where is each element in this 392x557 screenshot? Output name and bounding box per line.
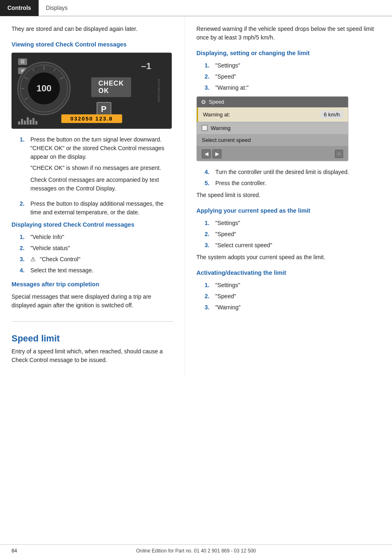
warning-at-row: Warning at: 6 km/h [197,107,348,122]
dashboard-image: 🖼 ▦ [12,53,172,129]
step-text: "Vehicle status" [30,244,70,253]
svg-line-6 [54,69,55,71]
speed-limit-text: Entry of a speed limit which, when reach… [12,347,173,364]
left-column: They are stored and can be displayed aga… [0,16,185,376]
step-text: Press the button on the turn signal leve… [30,136,164,160]
step-text: Press the button to display additional m… [30,200,173,217]
page-header: Controls Displays [0,0,392,16]
speed-ui-arrows-row: ◀ ▶ □ [197,147,348,161]
step-num: 2. [205,72,212,81]
step-text: Press the controller. [215,179,266,188]
check-ok-area: –1 CHECKOK P [71,61,151,117]
check-ok-text: CHECKOK [91,77,131,97]
footer-text: Online Edition for Part no. 01 40 2 901 … [136,548,256,554]
step-text: "Speed" [215,292,236,301]
speed-ui-title: Speed [209,99,224,105]
bar-5 [30,120,32,125]
arrow-right-btn[interactable]: ▶ [212,149,221,158]
step-text: Select the text message. [30,266,93,275]
right-column: Renewed warning if the vehicle speed dro… [185,16,392,376]
displaying-steps-list: 1. "Vehicle Info" 2. "Vehicle status" 3.… [20,233,173,275]
step-num: 2. [205,230,212,239]
page-number: 84 [12,548,17,554]
list-item: 1. "Vehicle Info" [20,233,173,241]
svg-line-1 [25,97,28,100]
step-text: "Check Control" [40,255,81,264]
list-item: 3. "Warning at:" [205,84,380,92]
select-current-speed-label: Select current speed [202,137,251,143]
step-text: "Warning at:" [215,84,249,92]
list-item: 3. ⚠ "Check Control" [20,255,173,264]
warning-checkbox[interactable] [202,125,208,131]
displaying-heading: Displaying stored Check Control messages [12,221,173,229]
list-item: 1. "Settings" [205,219,380,227]
step-num: 2. [20,200,27,217]
odometer-display: 032050 123.8 [61,114,122,123]
intro-text: They are stored and can be displayed aga… [12,25,173,33]
speed-ui-widget: ⚙ Speed Warning at: 6 km/h Warning Selec… [196,96,380,161]
step-text: "Settings" [215,61,240,70]
svg-line-4 [33,69,34,71]
step-num: 3. [205,303,212,312]
arrow-left-btn[interactable]: ◀ [202,149,211,158]
list-item: 1. "Settings" [205,61,380,70]
list-item: 4. Select the text message. [20,266,173,275]
speedo-circle: 100 [17,62,71,115]
bar-3 [24,121,26,125]
warning-at-value: 6 km/h [321,111,343,118]
speed-ui-panel: ⚙ Speed Warning at: 6 km/h Warning Selec… [196,96,348,161]
step-text: "Vehicle Info" [30,233,64,241]
step-num: 2. [20,244,27,253]
viewing-steps-list: 1. Press the button on the turn signal l… [20,135,173,217]
step-content: Press the button on the turn signal leve… [30,135,173,196]
displaying-setting-steps: 1. "Settings" 2. "Speed" 3. "Warning at:… [205,61,380,92]
speed-limit-heading: Speed limit [12,333,173,344]
step-text: "Select current speed" [215,241,272,250]
header-displays-tab: Displays [39,0,75,16]
page-footer: 84 Online Edition for Part no. 01 40 2 9… [0,544,392,557]
bar-2 [21,119,23,125]
step-num: 1. [20,135,27,196]
list-item: 3. "Select current speed" [205,241,380,250]
bar-6 [32,118,35,125]
speed-limit-section: Speed limit Entry of a speed limit which… [12,327,173,364]
bar-1 [18,121,20,125]
warning-at-label: Warning at: [203,111,230,118]
list-item: 5. Press the controller. [205,179,380,188]
warning-icon: ⚠ [30,255,36,264]
applying-text: The system adopts your current speed as … [196,253,380,262]
speed-ui-header: ⚙ Speed [197,97,348,107]
step-num: 5. [205,179,212,188]
list-item: 2. "Speed" [205,230,380,239]
svg-point-0 [21,65,67,112]
main-content: They are stored and can be displayed aga… [0,16,392,376]
step-num: 4. [20,266,27,275]
select-current-speed-row: Select current speed [197,134,348,146]
controls-label: Controls [7,5,31,11]
step-num: 1. [205,281,212,290]
steps-after-ui: 4. Turn the controller until the desired… [205,168,380,188]
viewing-heading: Viewing stored Check Control messages [12,41,173,49]
step-text: "Settings" [215,219,240,227]
step-text: "Speed" [215,72,236,81]
speedo-svg [18,63,69,114]
speed-ui-ok-btn[interactable]: □ [335,150,343,158]
minus-one-display: –1 [141,61,151,72]
speed-ui-body: Warning at: 6 km/h Warning Select curren… [197,107,348,161]
divider [12,321,173,322]
header-controls-tab: Controls [0,0,39,16]
note1: "CHECK OK" is shown if no messages are p… [30,164,173,172]
list-item: 1. Press the button on the turn signal l… [20,135,173,196]
step-num: 3. [205,241,212,250]
activating-heading: Activating/deactivating the limit [196,269,380,277]
speed-stored-text: The speed limit is stored. [196,191,380,200]
bar-7 [35,121,37,125]
speedometer: 100 [17,62,71,115]
list-item: 2. "Speed" [205,292,380,301]
list-item: 4. Turn the controller until the desired… [205,168,380,176]
image-watermark: MV07981C0MA [157,79,160,102]
step-text: "Settings" [215,281,240,290]
note2: Check Control messages are accompanied b… [30,176,173,193]
warning-checkbox-label: Warning [211,125,231,131]
bar-4 [27,117,29,125]
